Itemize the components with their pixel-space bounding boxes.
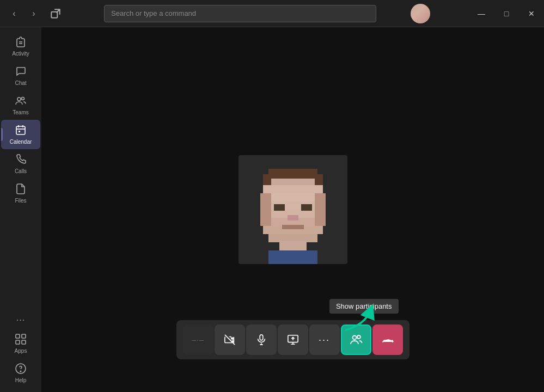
svg-rect-18: [263, 185, 323, 193]
spacer-icon: –·–: [192, 335, 204, 344]
main-layout: Activity Chat Teams: [0, 27, 544, 392]
svg-rect-5: [16, 126, 25, 134]
sidebar-item-help[interactable]: Help: [1, 358, 40, 388]
svg-rect-27: [274, 204, 285, 211]
svg-rect-11: [22, 334, 26, 338]
back-button[interactable]: ‹: [7, 6, 22, 21]
sidebar-item-help-label: Help: [15, 378, 27, 383]
camera-off-icon: [224, 334, 236, 346]
sidebar-item-calendar[interactable]: Calendar: [1, 120, 40, 149]
svg-point-4: [22, 97, 25, 100]
new-window-button[interactable]: [48, 6, 63, 21]
more-options-icon: ···: [319, 334, 330, 346]
titlebar: ‹ › — □ ✕: [0, 0, 544, 27]
new-window-icon: [50, 8, 62, 20]
svg-point-3: [17, 97, 21, 101]
svg-rect-33: [315, 174, 323, 185]
share-button[interactable]: [278, 324, 308, 355]
nav-buttons: ‹ ›: [0, 6, 70, 21]
chat-icon: [15, 65, 27, 79]
search-input[interactable]: [104, 5, 376, 22]
sidebar-item-files[interactable]: Files: [1, 179, 40, 208]
teams-icon: [15, 95, 27, 108]
svg-rect-24: [268, 234, 317, 242]
spacer-button[interactable]: –·–: [183, 324, 213, 355]
forward-button[interactable]: ›: [26, 6, 41, 21]
svg-rect-26: [315, 193, 326, 226]
participant-face: [239, 155, 347, 264]
svg-rect-13: [22, 340, 26, 344]
share-screen-icon: [287, 334, 299, 346]
svg-point-15: [20, 371, 21, 372]
sidebar-item-calendar-label: Calendar: [10, 139, 32, 145]
sidebar-bottom: ··· Apps: [1, 311, 40, 392]
svg-rect-25: [260, 193, 271, 226]
sidebar-item-apps[interactable]: Apps: [1, 329, 40, 358]
svg-rect-9: [19, 131, 20, 132]
activity-icon: [15, 36, 27, 50]
minimize-button[interactable]: —: [469, 0, 494, 27]
sidebar-item-chat[interactable]: Chat: [1, 61, 40, 90]
svg-rect-30: [282, 225, 304, 229]
sidebar-item-activity[interactable]: Activity: [1, 32, 40, 61]
calls-icon: [15, 154, 27, 167]
svg-rect-12: [16, 340, 20, 344]
microphone-icon: [255, 334, 267, 346]
sidebar-item-files-label: Files: [15, 198, 26, 204]
close-button[interactable]: ✕: [519, 0, 544, 27]
calendar-icon: [15, 124, 27, 138]
sidebar-item-activity-label: Activity: [12, 51, 29, 57]
svg-rect-29: [288, 215, 298, 220]
files-icon: [15, 183, 27, 197]
svg-rect-35: [268, 250, 317, 264]
sidebar-item-calls-label: Calls: [15, 169, 27, 174]
call-content: Show participants –·–: [41, 27, 544, 392]
more-icon: ···: [16, 316, 25, 324]
sidebar-item-teams-label: Teams: [13, 110, 28, 115]
svg-rect-36: [260, 335, 263, 340]
sidebar: Activity Chat Teams: [0, 27, 41, 392]
svg-rect-32: [263, 174, 271, 185]
help-icon: [15, 363, 27, 376]
svg-rect-31: [268, 169, 317, 179]
mic-button[interactable]: [246, 324, 277, 355]
participant-video: [239, 155, 347, 264]
svg-rect-28: [301, 204, 312, 211]
svg-rect-10: [16, 334, 20, 338]
sidebar-item-calls[interactable]: Calls: [1, 149, 40, 179]
avatar: [411, 4, 430, 23]
maximize-button[interactable]: □: [494, 0, 519, 27]
teal-arrow: [335, 292, 384, 341]
avatar-image: [411, 4, 430, 23]
sidebar-item-chat-label: Chat: [15, 81, 26, 86]
search-bar: [104, 5, 376, 22]
apps-icon: [15, 333, 27, 347]
sidebar-item-teams[interactable]: Teams: [1, 90, 40, 120]
arrow-container: [335, 292, 384, 343]
camera-off-button[interactable]: [215, 324, 245, 355]
sidebar-item-more[interactable]: ···: [1, 311, 40, 329]
sidebar-item-apps-label: Apps: [15, 348, 27, 354]
window-controls: — □ ✕: [469, 0, 544, 27]
